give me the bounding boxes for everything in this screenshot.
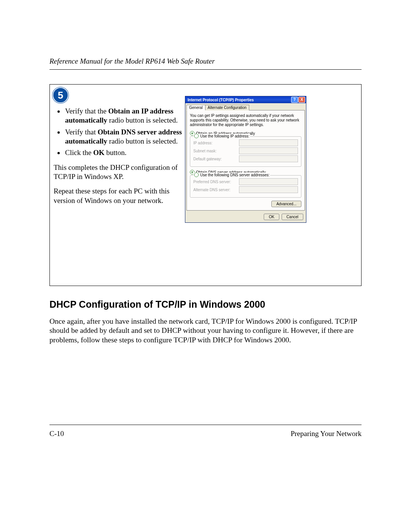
radio-icon (194, 134, 199, 138)
input-ip-address (239, 139, 298, 146)
advanced-button[interactable]: Advanced... (271, 201, 301, 207)
tab-alternate-configuration[interactable]: Alternate Configuration (205, 105, 249, 110)
text: Click the (65, 149, 93, 157)
tcpip-properties-dialog: Internet Protocol (TCP/IP) Properties ? … (185, 96, 306, 223)
section-paragraph: Once again, after you have installed the… (49, 317, 362, 345)
step-summary-2: Repeat these steps for each PC with this… (54, 187, 185, 205)
radio-icon (194, 173, 199, 177)
input-subnet-mask (239, 147, 298, 154)
tab-general[interactable]: General (186, 105, 206, 110)
step-instructions: Verify that the Obtain an IP address aut… (50, 85, 185, 286)
label-subnet-mask: Subnet mask: (193, 149, 239, 153)
dialog-description: You can get IP settings assigned automat… (190, 113, 301, 127)
bullet-click-ok: Click the OK button. (64, 148, 185, 157)
section-heading: DHCP Configuration of TCP/IP in Windows … (49, 299, 362, 310)
step-figure-box: 5 Verify that the Obtain an IP address a… (49, 84, 362, 286)
input-preferred-dns (239, 178, 298, 185)
step-number-badge: 5 (53, 87, 68, 103)
text: button. (104, 149, 126, 157)
text: radio button is selected. (107, 137, 178, 145)
dialog-title: Internet Protocol (TCP/IP) Properties (188, 98, 291, 102)
radio-use-dns[interactable]: Use the following DNS server addresses: (193, 173, 270, 177)
label-alternate-dns: Alternate DNS server: (193, 188, 239, 192)
help-icon[interactable]: ? (291, 97, 298, 103)
radio-label: Use the following DNS server addresses: (200, 173, 269, 177)
running-header: Reference Manual for the Model RP614 Web… (49, 57, 362, 70)
label-ip-address: IP address: (193, 141, 239, 145)
text: Verify that the (65, 107, 108, 115)
bullet-verify-dns: Verify that Obtain DNS server address au… (64, 128, 185, 146)
ok-button[interactable]: OK (264, 214, 279, 220)
label-preferred-dns: Preferred DNS server: (193, 180, 239, 184)
dialog-titlebar[interactable]: Internet Protocol (TCP/IP) Properties ? … (185, 96, 306, 103)
label-default-gateway: Default gateway: (193, 157, 239, 161)
input-default-gateway (239, 155, 298, 162)
text: radio button is selected. (107, 116, 178, 124)
text-bold: OK (93, 149, 105, 157)
step-summary-1: This completes the DHCP configuration of… (54, 163, 185, 182)
radio-use-ip[interactable]: Use the following IP address: (193, 134, 250, 138)
chapter-title: Preparing Your Network (291, 430, 362, 438)
cancel-button[interactable]: Cancel (282, 214, 303, 220)
text: Verify that (65, 128, 97, 136)
page-number: C-10 (49, 430, 64, 438)
bullet-verify-ip: Verify that the Obtain an IP address aut… (64, 107, 185, 125)
input-alternate-dns (239, 186, 298, 193)
radio-label: Use the following IP address: (200, 134, 249, 138)
close-icon[interactable]: X (298, 97, 305, 103)
